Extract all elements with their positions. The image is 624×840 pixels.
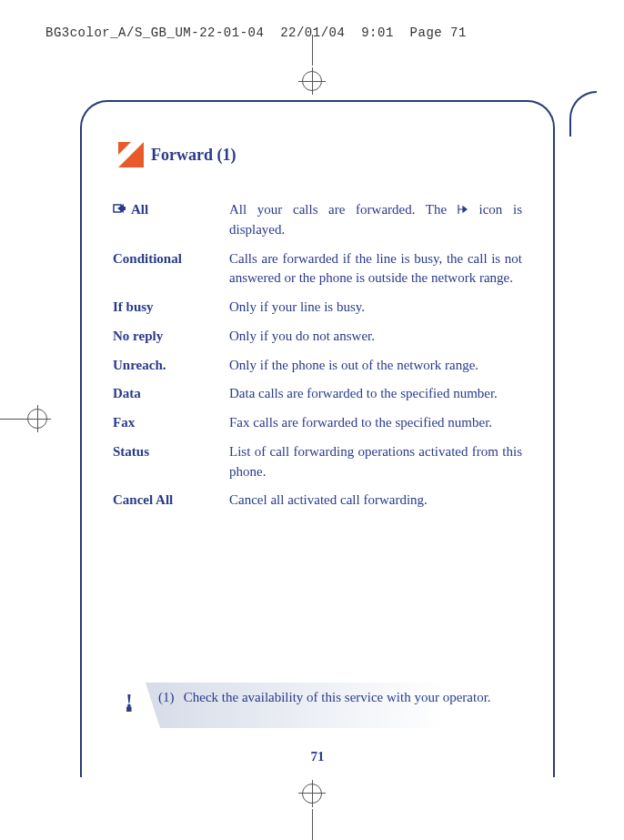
definition-term: No reply — [113, 327, 229, 347]
crop-mark — [569, 91, 597, 137]
definition-desc: Only if the phone is out of the network … — [229, 356, 522, 376]
definition-term: All — [113, 200, 229, 240]
header-time: 9:01 — [361, 25, 394, 40]
heading-footref: (1) — [216, 146, 236, 164]
term-label: Data — [113, 384, 141, 404]
page-frame: Forward (1) All All your calls are forwa… — [80, 100, 555, 777]
definition-term: Conditional — [113, 249, 229, 289]
term-label: No reply — [113, 327, 163, 347]
definition-row: All All your calls are forwarded. The ic… — [113, 200, 522, 240]
crop-mark — [312, 780, 313, 807]
definition-row: Fax Fax calls are forwarded to the speci… — [113, 413, 522, 433]
print-header: BG3color_A/S_GB_UM-22-01-04 22/01/04 9:0… — [45, 25, 467, 40]
term-label: Cancel All — [113, 491, 173, 511]
section-heading: Forward (1) — [118, 142, 522, 167]
definition-term: Cancel All — [113, 491, 229, 511]
definition-term: Fax — [113, 413, 229, 433]
definition-term: If busy — [113, 298, 229, 318]
footnote-body: (1) Check the availability of this servi… — [146, 683, 522, 728]
definition-desc: List of call forwarding operations activ… — [229, 442, 522, 482]
term-label: Unreach. — [113, 356, 166, 376]
page-number: 71 — [82, 749, 553, 764]
heading-text: Forward (1) — [151, 146, 236, 165]
definition-term: Unreach. — [113, 356, 229, 376]
definition-desc: Fax calls are forwarded to the specified… — [229, 413, 522, 433]
crop-mark — [37, 405, 38, 432]
definition-desc: Data calls are forwarded to the specifie… — [229, 384, 522, 404]
definition-desc: Cancel all activated call forwarding. — [229, 491, 522, 511]
term-label: Conditional — [113, 249, 182, 269]
definition-row: Status List of call forwarding operation… — [113, 442, 522, 482]
definition-desc: All your calls are forwarded. The icon i… — [229, 200, 522, 240]
term-label: All — [131, 200, 148, 220]
term-label: Status — [113, 442, 149, 462]
definition-desc: Only if your line is busy. — [229, 298, 522, 318]
definition-row: Conditional Calls are forwarded if the l… — [113, 249, 522, 289]
forward-icon — [113, 202, 126, 215]
crop-mark — [312, 67, 313, 95]
definition-term: Data — [113, 384, 229, 404]
forward-inline-icon — [458, 203, 468, 216]
definition-row: No reply Only if you do not answer. — [113, 327, 522, 347]
footnote-text: Check the availability of this service w… — [184, 690, 491, 704]
footnote-label: (1) — [158, 690, 180, 705]
term-label: If busy — [113, 298, 154, 318]
footnote-alert-icon: !▪ — [113, 683, 146, 728]
header-file: BG3color_A/S_GB_UM-22-01-04 — [45, 25, 264, 40]
heading-title: Forward — [151, 146, 213, 164]
definition-row: Data Data calls are forwarded to the spe… — [113, 384, 522, 404]
definition-row: Cancel All Cancel all activated call for… — [113, 491, 522, 511]
footnote: !▪ (1) Check the availability of this se… — [113, 683, 522, 728]
definition-desc: Calls are forwarded if the line is busy,… — [229, 249, 522, 289]
crop-mark — [312, 35, 313, 66]
definition-row: If busy Only if your line is busy. — [113, 298, 522, 318]
term-label: Fax — [113, 413, 135, 433]
header-page: Page 71 — [410, 25, 467, 40]
crop-mark — [312, 809, 313, 840]
definition-row: Unreach. Only if the phone is out of the… — [113, 356, 522, 376]
crop-mark — [0, 419, 24, 420]
definition-desc: Only if you do not answer. — [229, 327, 522, 347]
heading-triangle-icon — [118, 142, 144, 167]
definition-list: All All your calls are forwarded. The ic… — [113, 200, 522, 511]
definition-term: Status — [113, 442, 229, 482]
